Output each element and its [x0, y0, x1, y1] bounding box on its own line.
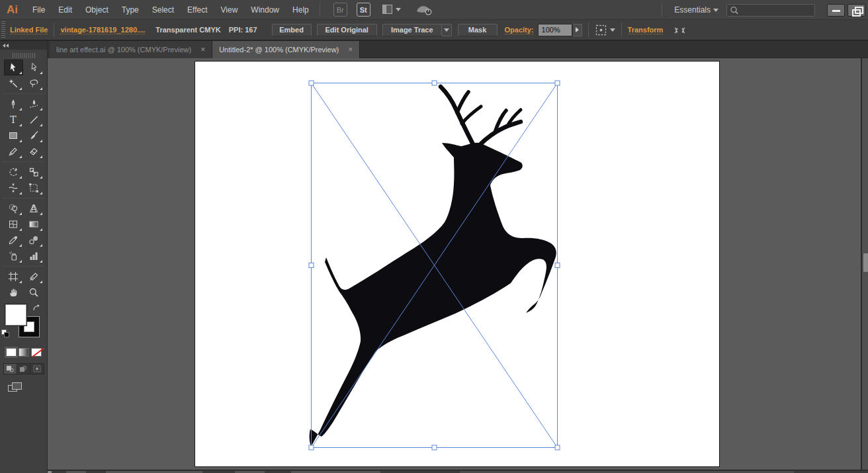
blend-tool[interactable]: [24, 232, 44, 248]
opacity-link[interactable]: Opacity:: [505, 26, 534, 34]
opacity-spinner[interactable]: [572, 24, 582, 36]
cc-sync-button[interactable]: [415, 3, 433, 16]
menu-items: File Edit Object Type Select Effect View…: [26, 0, 316, 20]
search-input[interactable]: [742, 6, 808, 14]
menu-object[interactable]: Object: [79, 0, 115, 20]
menu-select[interactable]: Select: [146, 0, 181, 20]
gradient-button[interactable]: [19, 348, 29, 357]
artboard-tool[interactable]: [4, 269, 23, 284]
controlbar-separator: [621, 22, 622, 37]
width-tool[interactable]: [4, 180, 23, 196]
shape-builder-tool[interactable]: [4, 200, 23, 216]
slice-tool[interactable]: [24, 269, 44, 284]
draw-behind-button[interactable]: [17, 364, 30, 374]
arrange-documents-button[interactable]: [382, 5, 401, 15]
lasso-tool[interactable]: [24, 75, 44, 91]
mesh-tool[interactable]: [4, 216, 23, 232]
column-graph-tool-icon: [28, 251, 39, 261]
vertical-scrollbar[interactable]: [861, 58, 868, 470]
tab-close-icon[interactable]: ×: [200, 46, 205, 54]
zoom-tool[interactable]: [24, 284, 44, 300]
tools-panel-header[interactable]: [0, 41, 47, 50]
isolate-selected-icon[interactable]: [673, 24, 686, 36]
menu-effect[interactable]: Effect: [181, 0, 214, 20]
minimize-button[interactable]: [827, 4, 845, 17]
mask-button[interactable]: Mask: [458, 24, 498, 36]
rotate-tool[interactable]: [4, 164, 23, 180]
pen-tool-icon: [8, 99, 19, 109]
image-trace-dropdown[interactable]: [442, 24, 452, 36]
workspace-switcher[interactable]: Essentials: [666, 5, 726, 15]
draw-behind-icon: [19, 365, 27, 372]
search-box[interactable]: [726, 4, 815, 17]
symbol-sprayer-tool[interactable]: [4, 248, 23, 264]
rectangle-tool[interactable]: [4, 128, 23, 144]
free-transform-tool[interactable]: [24, 180, 44, 196]
change-screen-mode-button[interactable]: [8, 381, 25, 394]
selection-type-link[interactable]: Linked File: [10, 26, 48, 34]
stock-button[interactable]: St: [357, 3, 370, 17]
transform-link[interactable]: Transform: [628, 26, 664, 34]
draw-normal-button[interactable]: [4, 364, 17, 374]
status-bar-clipped: [48, 470, 868, 473]
menu-edit[interactable]: Edit: [52, 0, 79, 20]
menu-help[interactable]: Help: [286, 0, 316, 20]
symbol-sprayer-tool-icon: [8, 251, 19, 261]
tab-line-art-effect[interactable]: line art effect.ai @ 100% (CMYK/Preview)…: [50, 41, 212, 58]
vertical-scrollbar-thumb[interactable]: [863, 253, 868, 272]
tab-close-icon[interactable]: ×: [348, 46, 353, 54]
fill-swatch[interactable]: [5, 304, 26, 325]
curvature-tool[interactable]: [24, 96, 44, 112]
bridge-button[interactable]: Br: [333, 3, 347, 17]
restore-button[interactable]: [847, 4, 865, 17]
draw-inside-button[interactable]: [30, 364, 43, 374]
mesh-tool-icon: [8, 219, 19, 230]
menu-type[interactable]: Type: [115, 0, 146, 20]
controlbar-separator: [54, 22, 54, 37]
magic-wand-tool[interactable]: [4, 75, 23, 91]
placed-deer-image[interactable]: [310, 87, 556, 447]
menu-view[interactable]: View: [214, 0, 245, 20]
rectangle-tool-icon: [8, 130, 19, 141]
panel-grip[interactable]: [1, 21, 5, 38]
fill-stroke-swatches: [1, 304, 44, 343]
selection-tool[interactable]: [4, 60, 23, 75]
pen-tool[interactable]: [4, 96, 23, 112]
menu-window[interactable]: Window: [244, 0, 286, 20]
swap-fill-stroke-icon[interactable]: [32, 304, 42, 312]
pencil-tool[interactable]: [4, 144, 23, 159]
opacity-input[interactable]: [538, 24, 572, 36]
gradient-tool[interactable]: [24, 216, 44, 232]
select-similar-control[interactable]: [595, 24, 615, 36]
hand-tool[interactable]: [4, 284, 23, 300]
document-canvas[interactable]: [48, 58, 868, 470]
selection-tool-icon: [8, 62, 19, 73]
default-fill-stroke-icon[interactable]: [1, 329, 9, 337]
magic-wand-tool-icon: [8, 78, 19, 89]
draw-normal-icon: [6, 365, 14, 372]
menubar-separator: [662, 3, 662, 17]
type-tool[interactable]: T: [4, 112, 23, 128]
linked-file-name[interactable]: vintage-1781619_1280....: [60, 26, 145, 34]
edit-original-button[interactable]: Edit Original: [317, 24, 377, 36]
none-button[interactable]: [31, 348, 42, 357]
perspective-grid-tool[interactable]: [24, 200, 44, 216]
direct-selection-tool[interactable]: [24, 60, 44, 75]
eraser-tool[interactable]: [24, 144, 44, 159]
column-graph-tool[interactable]: [24, 248, 44, 264]
tools-panel-grip[interactable]: [13, 53, 35, 58]
color-button[interactable]: [6, 348, 17, 357]
gradient-tool-icon: [28, 219, 39, 230]
menu-file[interactable]: File: [26, 0, 52, 20]
artwork-overlay: [48, 58, 868, 470]
chevron-down-icon: [610, 28, 615, 32]
artboard-tool-icon: [8, 271, 19, 282]
image-trace-button[interactable]: Image Trace: [382, 24, 442, 36]
scale-tool[interactable]: [24, 164, 44, 180]
width-tool-icon: [8, 183, 19, 193]
line-segment-tool[interactable]: [24, 112, 44, 128]
eyedropper-tool[interactable]: [4, 232, 23, 248]
paintbrush-tool[interactable]: [24, 128, 44, 144]
tab-untitled-2[interactable]: Untitled-2* @ 100% (CMYK/Preview) ×: [212, 41, 360, 58]
embed-button[interactable]: Embed: [272, 24, 312, 36]
